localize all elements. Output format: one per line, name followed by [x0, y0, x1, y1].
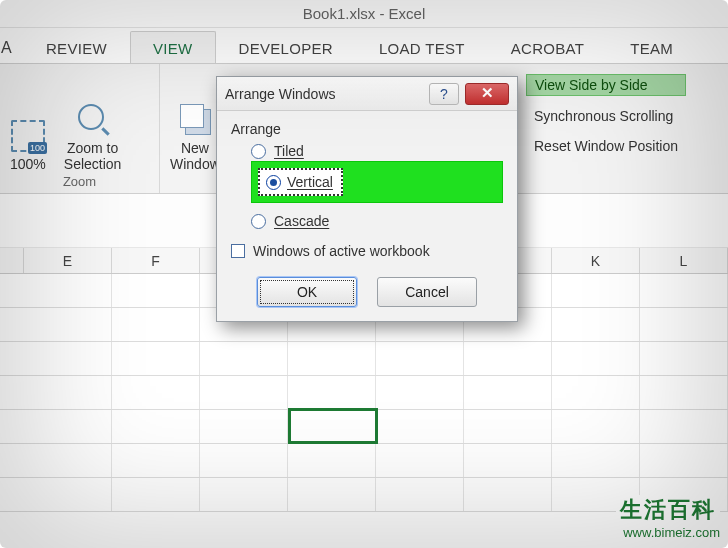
watermark: 生活百科 www.bimeiz.com	[616, 495, 720, 540]
checkbox-label: Windows of active workbook	[253, 243, 430, 259]
watermark-url: www.bimeiz.com	[616, 525, 720, 540]
radio-icon	[251, 214, 266, 229]
option-vertical-label: Vertical	[287, 174, 333, 190]
new-window-label: New Window	[170, 140, 220, 172]
col-header-k[interactable]: K	[552, 248, 640, 273]
ok-button[interactable]: OK	[257, 277, 357, 307]
tab-view[interactable]: VIEW	[130, 31, 216, 63]
radio-checked-icon	[266, 175, 281, 190]
dialog-title: Arrange Windows	[225, 86, 423, 102]
group-zoom: 100% Zoom to Selection Zoom	[0, 64, 160, 193]
option-tiled-label: Tiled	[274, 143, 304, 159]
highlight-box: Vertical	[251, 161, 503, 203]
arrange-group-label: Arrange	[231, 121, 503, 137]
synchronous-scrolling-button[interactable]: Synchronous Scrolling	[526, 106, 686, 126]
zoom-100-label: 100%	[10, 156, 46, 172]
reset-window-position-button[interactable]: Reset Window Position	[526, 136, 686, 156]
zoom-100-button[interactable]: 100%	[10, 118, 46, 172]
col-header-l[interactable]: L	[640, 248, 728, 273]
radio-icon	[251, 144, 266, 159]
active-cell[interactable]	[288, 408, 378, 444]
tab-team[interactable]: TEAM	[607, 31, 696, 63]
arrange-windows-dialog: Arrange Windows ? ✕ Arrange Tiled Horizo…	[216, 76, 518, 322]
new-window-icon	[178, 102, 212, 136]
group-zoom-label: Zoom	[10, 172, 149, 191]
tab-developer[interactable]: DEVELOPER	[216, 31, 356, 63]
dialog-titlebar[interactable]: Arrange Windows ? ✕	[217, 77, 517, 111]
tab-review[interactable]: REVIEW	[23, 31, 130, 63]
tab-truncated[interactable]: A	[0, 30, 23, 63]
col-header-f[interactable]: F	[112, 248, 200, 273]
checkbox-icon	[231, 244, 245, 258]
ribbon-tabs: A REVIEW VIEW DEVELOPER LOAD TEST ACROBA…	[0, 28, 728, 64]
option-cascade-label: Cascade	[274, 213, 329, 229]
tab-load-test[interactable]: LOAD TEST	[356, 31, 488, 63]
col-header-e[interactable]: E	[24, 248, 112, 273]
window-commands: View Side by Side Synchronous Scrolling …	[520, 64, 686, 156]
windows-of-active-workbook-checkbox[interactable]: Windows of active workbook	[231, 243, 503, 259]
watermark-text: 生活百科	[616, 495, 720, 525]
new-window-button[interactable]: New Window	[170, 102, 220, 172]
cancel-button[interactable]: Cancel	[377, 277, 477, 307]
help-button[interactable]: ?	[429, 83, 459, 105]
magnifier-icon	[76, 102, 110, 136]
close-button[interactable]: ✕	[465, 83, 509, 105]
view-side-by-side-button[interactable]: View Side by Side	[526, 74, 686, 96]
window-title: Book1.xlsx - Excel	[0, 0, 728, 28]
zoom-100-icon	[11, 118, 45, 152]
zoom-to-selection-button[interactable]: Zoom to Selection	[64, 102, 122, 172]
option-cascade[interactable]: Cascade	[251, 213, 503, 229]
zoom-to-selection-label: Zoom to Selection	[64, 140, 122, 172]
col-header-blank[interactable]	[0, 248, 24, 273]
tab-acrobat[interactable]: ACROBAT	[488, 31, 608, 63]
option-tiled[interactable]: Tiled	[251, 143, 503, 159]
option-vertical[interactable]: Vertical	[258, 168, 343, 196]
